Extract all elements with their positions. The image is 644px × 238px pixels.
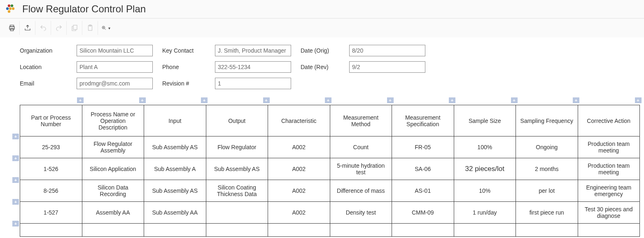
table-cell[interactable]: SA-06 xyxy=(392,158,454,180)
add-row-button[interactable]: + xyxy=(12,221,19,226)
table-header-cell[interactable]: Sample Size xyxy=(454,105,516,136)
redo-button[interactable] xyxy=(51,21,67,35)
table-cell[interactable]: Silicon Data Recording xyxy=(82,180,144,202)
table-cell[interactable]: first piece run xyxy=(516,202,578,224)
svg-point-4 xyxy=(12,7,14,10)
table-header-cell[interactable]: Corrective Action xyxy=(578,105,640,136)
table-header-cell[interactable]: Output xyxy=(206,105,268,136)
table-cell[interactable]: A002 xyxy=(268,180,330,202)
label-key-contact: Key Contact xyxy=(162,47,208,54)
table-row: 25-293Flow Regulator AssemblySub Assembl… xyxy=(20,136,640,158)
paste-button[interactable] xyxy=(82,21,98,35)
table-cell[interactable]: Flow Regulator xyxy=(206,136,268,158)
add-row-button[interactable]: + xyxy=(12,134,19,139)
add-column-button[interactable]: + xyxy=(263,97,270,103)
table-cell[interactable] xyxy=(82,224,144,237)
table-cell[interactable] xyxy=(144,224,206,237)
add-column-button[interactable]: + xyxy=(325,97,331,103)
table-header-cell[interactable]: Sampling Frequency xyxy=(516,105,578,136)
add-row-button[interactable]: + xyxy=(12,155,19,161)
print-button[interactable] xyxy=(4,21,20,35)
add-column-button[interactable]: + xyxy=(387,97,394,103)
table-header-cell[interactable]: Process Name or Operation Description xyxy=(82,105,144,136)
table-cell[interactable]: Test 30 pieces and diagnose xyxy=(578,202,640,224)
add-row-button[interactable]: + xyxy=(12,199,19,205)
input-location[interactable] xyxy=(77,61,153,73)
table-header-cell[interactable]: Part or Process Number xyxy=(20,105,82,136)
table-cell[interactable]: Ongoing xyxy=(516,136,578,158)
add-row-button[interactable]: + xyxy=(12,177,19,183)
table-cell[interactable]: Silicon Application xyxy=(82,158,144,180)
table-cell[interactable]: AS-01 xyxy=(392,180,454,202)
add-column-button[interactable]: + xyxy=(573,97,579,103)
input-date-orig[interactable] xyxy=(349,45,425,56)
table-cell[interactable]: 1-527 xyxy=(20,202,82,224)
input-phone[interactable] xyxy=(215,61,291,73)
table-cell[interactable]: Sub Assembly AS xyxy=(206,158,268,180)
table-cell[interactable]: 2 months xyxy=(516,158,578,180)
table-cell[interactable] xyxy=(206,202,268,224)
matrix-wrap: Part or Process NumberProcess Name or Op… xyxy=(0,97,644,238)
table-cell[interactable]: 10% xyxy=(454,180,516,202)
table-cell[interactable]: per lot xyxy=(516,180,578,202)
table-cell[interactable]: A002 xyxy=(268,136,330,158)
table-cell[interactable]: CMM-09 xyxy=(392,202,454,224)
table-row: 8-256Silicon Data RecordingSub Assembly … xyxy=(20,180,640,202)
table-header-cell[interactable]: Measurement Method xyxy=(330,105,392,136)
table-cell[interactable]: Sub Assembly AA xyxy=(144,202,206,224)
label-revision: Revision # xyxy=(162,80,208,87)
table-cell[interactable]: 25-293 xyxy=(20,136,82,158)
table-cell[interactable] xyxy=(454,224,516,237)
table-header-cell[interactable]: Characteristic xyxy=(268,105,330,136)
input-organization[interactable] xyxy=(77,45,153,56)
table-header-cell[interactable]: Input xyxy=(144,105,206,136)
table-header-cell[interactable]: Measurement Specification xyxy=(392,105,454,136)
table-cell[interactable]: 5-minute hydration test xyxy=(330,158,392,180)
header: Flow Regulator Control Plan xyxy=(0,0,644,18)
table-cell[interactable] xyxy=(578,224,640,237)
table-cell[interactable]: A002 xyxy=(268,202,330,224)
table-cell[interactable]: Density test xyxy=(330,202,392,224)
svg-point-5 xyxy=(8,10,10,13)
add-column-button[interactable]: + xyxy=(511,97,518,103)
add-column-button[interactable]: + xyxy=(201,97,208,103)
table-cell[interactable]: 32 pieces/lot xyxy=(454,158,516,180)
table-cell[interactable]: 100% xyxy=(454,136,516,158)
table-cell[interactable]: A002 xyxy=(268,158,330,180)
input-key-contact[interactable] xyxy=(215,45,291,56)
table-cell[interactable]: 1-526 xyxy=(20,158,82,180)
table-cell[interactable] xyxy=(20,224,82,237)
table-cell[interactable] xyxy=(206,224,268,237)
input-date-rev[interactable] xyxy=(349,61,425,73)
table-cell[interactable] xyxy=(516,224,578,237)
table-cell[interactable] xyxy=(330,224,392,237)
copy-button[interactable] xyxy=(67,21,82,35)
undo-button[interactable] xyxy=(35,21,51,35)
table-cell[interactable] xyxy=(268,224,330,237)
table-cell[interactable]: Production team meeting xyxy=(578,136,640,158)
table-cell[interactable]: 1 run/day xyxy=(454,202,516,224)
table-cell[interactable] xyxy=(392,224,454,237)
export-button[interactable] xyxy=(20,21,35,35)
table-cell[interactable]: Engineering team emergency xyxy=(578,180,640,202)
table-cell[interactable]: Difference of mass xyxy=(330,180,392,202)
label-phone: Phone xyxy=(162,64,208,70)
add-column-button[interactable]: + xyxy=(139,97,146,103)
zoom-button[interactable]: ▾ xyxy=(98,21,114,35)
table-cell[interactable]: Count xyxy=(330,136,392,158)
svg-point-2 xyxy=(6,7,9,10)
table-cell[interactable]: 8-256 xyxy=(20,180,82,202)
table-cell[interactable]: Assembly AA xyxy=(82,202,144,224)
table-cell[interactable]: Flow Regulator Assembly xyxy=(82,136,144,158)
table-cell[interactable]: Production team meeting xyxy=(578,158,640,180)
table-cell[interactable]: Sub Assembly A xyxy=(144,158,206,180)
table-cell[interactable]: Silicon Coating Thickness Data xyxy=(206,180,268,202)
input-email[interactable] xyxy=(77,78,153,89)
add-column-button[interactable]: + xyxy=(449,97,455,103)
table-cell[interactable]: FR-05 xyxy=(392,136,454,158)
add-column-button[interactable]: + xyxy=(77,97,84,103)
table-cell[interactable]: Sub Assembly AS xyxy=(144,136,206,158)
input-revision[interactable] xyxy=(215,78,291,89)
table-cell[interactable]: Sub Assembly AS xyxy=(144,180,206,202)
add-column-button[interactable]: + xyxy=(635,97,642,103)
